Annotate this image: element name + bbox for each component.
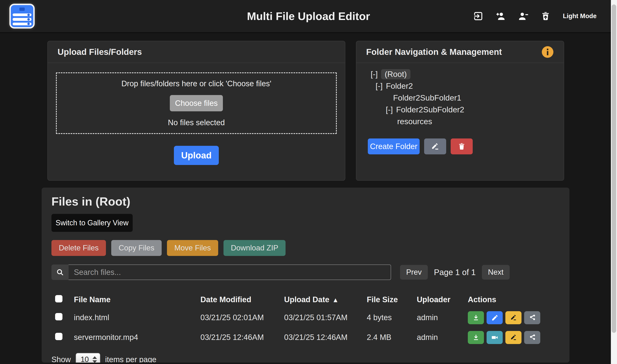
create-folder-button[interactable]: Create Folder (368, 139, 420, 154)
pencil-underline-icon (510, 314, 517, 321)
date-modified: 03/21/25 02:01AM (196, 313, 280, 322)
share-file-button[interactable] (524, 311, 540, 324)
scrollbar-track[interactable] (611, 0, 617, 364)
items-per-page-value: 10 (80, 355, 89, 363)
move-files-button[interactable]: Move Files (167, 240, 218, 256)
user-remove-icon[interactable] (518, 11, 528, 21)
scrollbar-thumb[interactable] (612, 4, 616, 333)
header-actions: Light Mode (473, 11, 617, 21)
upload-date: 03/21/25 01:57AM (280, 313, 362, 322)
tree-label[interactable]: Folder2 (386, 82, 413, 91)
delete-folder-button[interactable] (451, 139, 473, 154)
tree-toggle[interactable]: [-] (376, 82, 383, 91)
items-per-page-select[interactable]: 10 (76, 353, 100, 363)
row-checkbox[interactable] (55, 333, 62, 340)
delete-files-button[interactable]: Delete Files (52, 240, 106, 256)
uploader: admin (412, 333, 463, 342)
column-header-uploader[interactable]: Uploader (412, 295, 463, 304)
download-zip-button[interactable]: Download ZIP (224, 240, 285, 256)
file-size: 2.4 MB (362, 333, 412, 342)
app-root: Multi File Upload Editor (0, 0, 617, 364)
search-input[interactable] (68, 264, 391, 280)
share-icon (529, 314, 536, 321)
row-actions (463, 311, 560, 324)
pencil-underline-icon (510, 334, 517, 341)
page-indicator: Page 1 of 1 (434, 268, 476, 277)
column-header-file-name[interactable]: File Name (69, 295, 196, 304)
folder-tree: [-] (Root) [-] Folder2 Folder2SubFolder1… (356, 63, 564, 128)
items-per-page-row: Show 10 items per page (52, 353, 560, 363)
download-file-button[interactable] (468, 311, 484, 324)
column-header-date-modified[interactable]: Date Modified (196, 295, 280, 304)
gallery-view-toggle-button[interactable]: Switch to Gallery View (52, 214, 133, 232)
pencil-icon (491, 314, 498, 321)
date-modified: 03/21/25 12:46AM (196, 333, 280, 342)
rename-file-button[interactable] (505, 311, 522, 324)
show-label: Show (52, 355, 71, 363)
tree-label[interactable]: Folder2SubFolder2 (396, 105, 464, 114)
prev-page-button[interactable]: Prev (400, 265, 428, 280)
column-header-upload-date[interactable]: Upload Date▲ (280, 295, 362, 304)
tree-item-root: [-] (Root) (364, 68, 556, 80)
files-panel: Files in (Root) Switch to Gallery View D… (42, 188, 569, 363)
folder-panel-header: Folder Navigation & Management (356, 41, 564, 63)
uploader: admin (412, 313, 463, 322)
sort-ascending-icon: ▲ (332, 296, 339, 304)
rename-file-button[interactable] (505, 331, 522, 344)
file-name: servermonitor.mp4 (69, 333, 196, 342)
tree-label[interactable]: Folder2SubFolder1 (393, 93, 461, 102)
login-icon[interactable] (473, 11, 483, 21)
upload-panel-header: Upload Files/Folders (48, 41, 345, 63)
file-size: 4 bytes (362, 313, 412, 322)
column-header-label: Upload Date (284, 295, 329, 304)
play-video-button[interactable] (487, 331, 503, 344)
bulk-actions: Delete Files Copy Files Move Files Downl… (52, 240, 560, 256)
download-file-button[interactable] (468, 331, 484, 344)
stepper-arrows-icon (93, 356, 97, 363)
user-add-icon[interactable] (496, 11, 506, 21)
next-page-button[interactable]: Next (482, 265, 510, 280)
copy-files-button[interactable]: Copy Files (111, 240, 162, 256)
tree-label[interactable]: (Root) (381, 69, 410, 79)
app-header: Multi File Upload Editor (0, 0, 617, 33)
tree-item-resources: resources (364, 116, 556, 128)
logo-bar (13, 18, 31, 21)
rename-folder-button[interactable] (424, 139, 446, 154)
table-row: index.html 03/21/25 02:01AM 03/21/25 01:… (52, 308, 560, 327)
items-per-page-label: items per page (105, 355, 156, 363)
column-header-actions: Actions (463, 295, 560, 304)
trash-restore-icon[interactable] (540, 11, 551, 21)
dropzone[interactable]: Drop files/folders here or click 'Choose… (56, 72, 337, 134)
info-icon[interactable] (541, 46, 554, 58)
search-row: Prev Page 1 of 1 Next (52, 264, 560, 280)
select-all-checkbox[interactable] (55, 295, 62, 302)
logo-led (19, 8, 25, 11)
table-header-row: File Name Date Modified Upload Date▲ Fil… (52, 291, 560, 308)
dropzone-text: Drop files/folders here or click 'Choose… (121, 79, 271, 88)
download-icon (472, 334, 480, 341)
column-header-file-size[interactable]: File Size (362, 295, 412, 304)
tree-toggle[interactable]: [-] (386, 105, 393, 114)
tree-label[interactable]: resources (397, 117, 432, 126)
pagination: Prev Page 1 of 1 Next (400, 265, 510, 280)
theme-toggle-button[interactable]: Light Mode (563, 13, 597, 20)
tree-item-folder2subfolder1: Folder2SubFolder1 (364, 92, 556, 104)
share-icon (529, 334, 536, 341)
logo-bar (13, 13, 31, 16)
tree-item-folder2: [-] Folder2 (364, 80, 556, 92)
logo-bar (13, 23, 31, 25)
folder-panel-title: Folder Navigation & Management (366, 47, 502, 57)
search-icon (56, 268, 64, 276)
row-checkbox[interactable] (55, 313, 62, 320)
search-iconbox (52, 264, 68, 280)
file-name: index.html (69, 313, 196, 322)
upload-panel: Upload Files/Folders Drop files/folders … (47, 41, 345, 181)
tree-toggle[interactable]: [-] (371, 70, 378, 79)
upload-panel-title: Upload Files/Folders (58, 47, 142, 57)
choose-files-button[interactable]: Choose files (170, 95, 223, 111)
share-file-button[interactable] (524, 331, 540, 344)
upload-button[interactable]: Upload (174, 146, 219, 165)
table-row: servermonitor.mp4 03/21/25 12:46AM 03/21… (52, 327, 560, 347)
folder-buttons: Create Folder (356, 128, 564, 154)
edit-file-button[interactable] (487, 311, 503, 324)
